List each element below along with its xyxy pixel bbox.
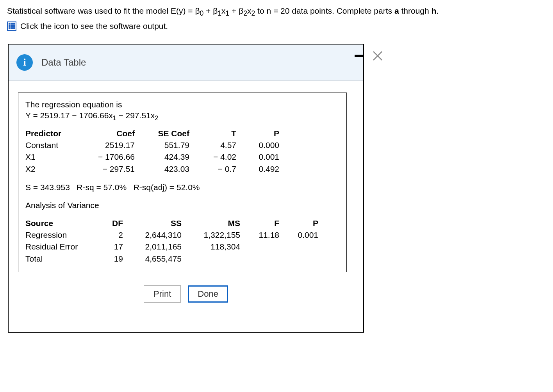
col-p: P [236, 128, 279, 139]
table-row: Constant 2519.17 551.79 4.57 0.000 [25, 139, 279, 151]
table-row: X2 − 297.51 423.03 − 0.7 0.492 [25, 163, 279, 175]
regression-equation-label: The regression equation is [25, 99, 339, 110]
done-button[interactable]: Done [188, 285, 228, 303]
col-se-coef: SE Coef [135, 128, 189, 139]
table-row: X1 − 1706.66 424.39 − 4.02 0.001 [25, 151, 279, 163]
data-table-dialog: i Data Table The regression equation is … [8, 44, 364, 333]
col-f: F [240, 217, 279, 229]
close-icon[interactable] [372, 50, 384, 62]
table-row: Residual Error 17 2,011,165 118,304 [25, 241, 318, 253]
dialog-title: Data Table [41, 56, 86, 69]
predictor-header-row: Predictor Coef SE Coef T P [25, 128, 279, 139]
col-p2: P [279, 217, 318, 229]
regression-equation: Y = 2519.17 − 1706.66x1 − 297.51x2 [25, 110, 339, 121]
anova-table: Source DF SS MS F P Regression 2 2,644,3… [25, 217, 318, 265]
col-source: Source [25, 217, 92, 229]
icon-link-text[interactable]: Click the icon to see the software outpu… [20, 21, 168, 32]
info-icon: i [16, 54, 33, 71]
predictor-table: Predictor Coef SE Coef T P Constant 2519… [25, 128, 279, 175]
question-text: Statistical software was used to fit the… [7, 5, 546, 18]
table-icon[interactable] [7, 21, 16, 31]
table-row: Regression 2 2,644,310 1,322,155 11.18 0… [25, 229, 318, 241]
print-button[interactable]: Print [144, 285, 181, 303]
col-t: T [189, 128, 236, 139]
col-df: DF [92, 217, 123, 229]
col-predictor: Predictor [25, 128, 84, 139]
col-coef: Coef [84, 128, 135, 139]
anova-title: Analysis of Variance [25, 200, 339, 211]
table-row: Total 19 4,655,475 [25, 253, 318, 265]
col-ms: MS [182, 217, 240, 229]
anova-header-row: Source DF SS MS F P [25, 217, 318, 229]
horizontal-divider [0, 40, 553, 40]
col-ss: SS [123, 217, 182, 229]
table-icon-grid [9, 23, 15, 29]
minimize-icon[interactable] [355, 55, 364, 57]
software-output-box: The regression equation is Y = 2519.17 −… [18, 93, 347, 272]
stats-line: S = 343.953 R-sq = 57.0% R-sq(adj) = 52.… [25, 182, 339, 193]
dialog-header: i Data Table [9, 45, 363, 81]
